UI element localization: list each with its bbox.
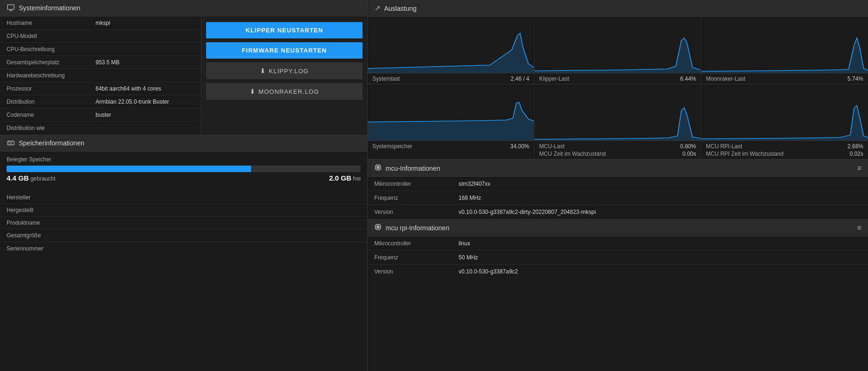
memory-bar <box>7 166 361 172</box>
chart-icon: ↗ <box>374 4 380 13</box>
used-storage-label: Belegter Speicher <box>7 156 361 163</box>
distribution-like-row: Distribution wie <box>0 121 201 135</box>
manufactured-value <box>89 208 102 212</box>
klipper-restart-button[interactable]: KLIPPER NEUSTARTEN <box>206 22 363 38</box>
manufacturer-label: Hersteller <box>0 192 89 203</box>
mcu-rpi-controller-label: Mikrocontroller <box>368 237 452 250</box>
download-icon-1: ⬇ <box>260 67 266 75</box>
mcu-rpi-wachzustand-label: MCU RPI Zeit im Wachzustand <box>706 151 784 157</box>
mcu-last-footer: MCU-Last 0.80% MCU Zeit im Wachzustand 0… <box>534 141 701 159</box>
hostname-value: mkspi <box>89 17 117 29</box>
moonraker-log-button[interactable]: ⬇ MOONRAKER.LOG <box>206 83 363 100</box>
manufacturer-value <box>89 195 102 200</box>
mcu-rpi-menu-icon[interactable]: ≡ <box>857 224 861 232</box>
codename-value: buster <box>89 109 118 121</box>
manufactured-row: Hergestellt <box>0 204 367 217</box>
klipper-last-title: Klipper-Last <box>539 76 569 82</box>
memory-content: Belegter Speicher 4.4 GB gebraucht 2.0 G… <box>0 151 367 191</box>
svg-marker-11 <box>701 38 868 73</box>
mcu-version-label: Version <box>368 206 452 218</box>
product-name-row: Produktname <box>0 217 367 229</box>
memory-info-header: Speicherinformationen <box>0 135 367 151</box>
moonraker-last-footer: Moonraker-Last 5.74% <box>701 73 868 84</box>
memory-free-value: 2.0 GB <box>329 174 351 182</box>
auslastung-title: Auslastung <box>384 5 416 12</box>
total-size-row: Gesamtgröße <box>0 229 367 242</box>
serial-number-row: Seriennummer <box>0 242 367 255</box>
memory-icon <box>7 139 15 147</box>
memory-used-value: 4.4 GB <box>7 174 29 182</box>
systemlast-footer: Systemlast 2.46 / 4 <box>368 73 534 84</box>
processor-label: Prozessor <box>0 83 89 94</box>
mcu-rpi-frequency-value: 50 MHz <box>452 251 484 264</box>
product-name-label: Produktname <box>0 217 89 228</box>
mcu-info-section: mcu-Informationen ≡ Mikrocontroller stm3… <box>368 159 868 219</box>
total-memory-row: Gesamtspeicherplatz 953.5 MB <box>0 56 201 69</box>
mcu-version-row: Version v0.10.0-530-g3387a9c2-dirty-2022… <box>368 205 868 219</box>
charts-top-row: Systemlast 2.46 / 4 Klipper-Last 6.44% <box>368 17 868 84</box>
hw-desc-value <box>89 73 102 78</box>
cpu-model-row: CPU-Modell <box>0 30 201 43</box>
hostname-label: Hostname <box>0 17 89 29</box>
total-size-value <box>89 233 102 238</box>
distribution-label: Distribution <box>0 96 89 107</box>
klipper-last-value: 6.44% <box>680 76 696 82</box>
mcu-frequency-value: 168 MHz <box>452 192 488 204</box>
mcu-rpi-last-footer: MCU RPI-Last 2.68% MCU RPI Zeit im Wachz… <box>701 141 868 159</box>
distribution-value: Armbian 22.05.0-trunk Buster <box>89 96 176 107</box>
mcu-rpi-info-title: mcu rpi-Informationen <box>386 224 449 232</box>
moonraker-last-title: Moonraker-Last <box>706 76 745 82</box>
distribution-row: Distribution Armbian 22.05.0-trunk Buste… <box>0 95 201 108</box>
memory-bar-fill <box>7 166 251 172</box>
download-icon-2: ⬇ <box>250 88 256 95</box>
memory-free-suffix: frei <box>353 175 361 182</box>
codename-row: Codename buster <box>0 108 201 121</box>
svg-rect-0 <box>7 5 14 9</box>
distribution-like-value <box>89 126 102 130</box>
mcu-rpi-frequency-row: Frequenz 50 MHz <box>368 250 868 265</box>
mcu-rpi-last-title: MCU RPI-Last <box>706 143 742 150</box>
memory-info-title: Speicherinformationen <box>19 139 84 147</box>
firmware-restart-button[interactable]: FIRMWARE NEUSTARTEN <box>206 42 363 59</box>
cpu-model-label: CPU-Modell <box>0 30 89 42</box>
mcu-rpi-info-header: mcu rpi-Informationen ≡ <box>368 220 868 236</box>
memory-stats: 4.4 GB gebraucht 2.0 GB frei <box>7 174 361 182</box>
product-name-value <box>89 220 102 225</box>
hw-desc-row: Hardwarebeschreibung <box>0 69 201 82</box>
systemlast-chart: Systemlast 2.46 / 4 <box>368 17 534 84</box>
systemspeicher-value: 34.00% <box>510 143 529 150</box>
svg-marker-10 <box>534 38 701 73</box>
svg-marker-14 <box>701 106 868 141</box>
mcu-rpi-version-row: Version v0.10.0-530-g3387a9c2 <box>368 265 868 279</box>
system-info-title: Systeminformationen <box>19 4 81 12</box>
processor-row: Prozessor 64bit aarch64 with 4 cores <box>0 82 201 95</box>
mcu-controller-label: Mikrocontroller <box>368 178 452 190</box>
mcu-rpi-info-section: mcu rpi-Informationen ≡ Mikrocontroller … <box>368 219 868 279</box>
memory-used-suffix: gebraucht <box>30 175 55 182</box>
mcu-rpi-controller-value: linux <box>452 237 477 250</box>
systemspeicher-canvas <box>368 84 534 141</box>
klipper-last-canvas <box>534 17 701 73</box>
total-memory-value: 953.5 MB <box>89 57 126 68</box>
mcu-rpi-wachzustand-value: 0.02s <box>850 151 863 157</box>
mcu-rpi-last-canvas <box>701 84 868 141</box>
mcu-last-value: 0.80% <box>680 143 696 150</box>
total-memory-label: Gesamtspeicherplatz <box>0 57 89 68</box>
mcu-rpi-frequency-label: Frequenz <box>368 251 452 264</box>
mcu-frequency-label: Frequenz <box>368 192 452 204</box>
svg-marker-9 <box>368 33 534 73</box>
cpu-desc-row: CPU-Beschreibung <box>0 43 201 56</box>
systemspeicher-footer: Systemspeicher 34.00% <box>368 141 534 151</box>
mcu-controller-value: stm32f407xx <box>452 178 497 190</box>
cpu-desc-label: CPU-Beschreibung <box>0 44 89 55</box>
systemlast-title: Systemlast <box>372 76 400 82</box>
svg-marker-13 <box>534 108 701 141</box>
manufacturer-row: Hersteller <box>0 191 367 204</box>
mcu-menu-icon[interactable]: ≡ <box>857 164 861 173</box>
moonraker-last-chart: Moonraker-Last 5.74% <box>701 17 868 84</box>
mcu-wachzustand-label: MCU Zeit im Wachzustand <box>539 151 606 157</box>
system-info-header: Systeminformationen <box>0 0 367 16</box>
klipper-last-chart: Klipper-Last 6.44% <box>534 17 701 84</box>
serial-number-label: Seriennummer <box>0 243 89 254</box>
klippy-log-button[interactable]: ⬇ KLIPPY.LOG <box>206 62 363 79</box>
